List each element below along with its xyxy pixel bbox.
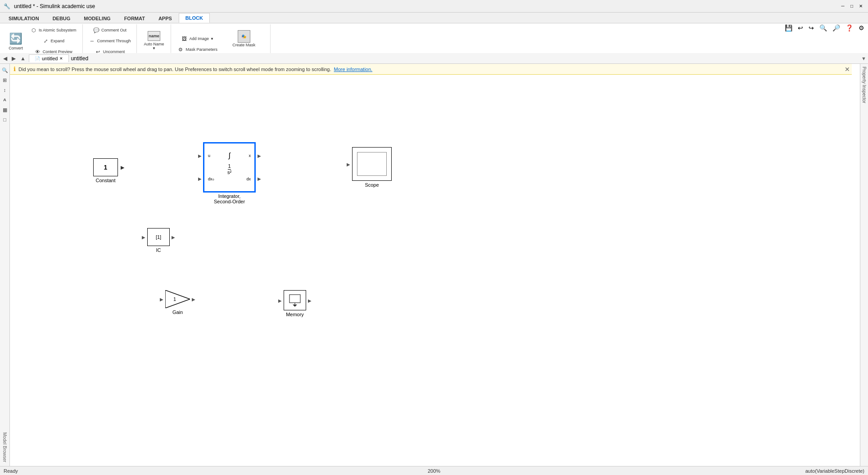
comment-out-icon: 💬 <box>93 27 100 34</box>
convert-button[interactable]: 🔄 Convert <box>5 27 26 54</box>
scope-block[interactable]: ▶ Scope <box>352 147 392 188</box>
undo-button[interactable]: ↩ <box>796 23 805 32</box>
integrator-integral-symbol: ∫ <box>229 152 231 160</box>
nav-up-button[interactable]: ▲ <box>19 55 27 62</box>
sidebar-zoom-button[interactable]: 🔍 <box>0 66 9 75</box>
integrator-port-x-label: x <box>249 153 251 161</box>
zoom-in-button[interactable]: 🔍 <box>818 23 829 32</box>
ic-label: IC <box>156 247 161 253</box>
settings-button[interactable]: ⚙ <box>857 23 866 32</box>
help-button[interactable]: ❓ <box>844 23 855 32</box>
sidebar-rect-button[interactable]: □ <box>0 115 9 124</box>
status-zoom: 200% <box>428 468 440 474</box>
expand-button[interactable]: ⤢ Expand <box>28 36 79 46</box>
info-banner: ℹ Did you mean to scroll? Press the mous… <box>10 64 852 75</box>
memory-input-arrow: ▶ <box>278 298 282 303</box>
auto-name-button[interactable]: name Auto Name ▼ <box>140 27 167 54</box>
memory-label: Memory <box>286 312 304 317</box>
comment-through-button[interactable]: ↔ Comment Through <box>86 36 133 46</box>
status-solver: auto(VariableStepDiscrete) <box>805 468 864 474</box>
constant-block-rect: 1 <box>93 158 118 176</box>
tab-close-icon[interactable]: ✕ <box>59 56 63 61</box>
breadcrumb-tab[interactable]: 📄 untitled ✕ <box>29 54 69 62</box>
ic-block-rect: [1] <box>147 228 170 246</box>
titlebar-controls: ─ □ ✕ <box>839 3 864 10</box>
comment-through-icon: ↔ <box>89 37 96 45</box>
zoom-out-button[interactable]: 🔎 <box>831 23 842 32</box>
tab-apps[interactable]: APPS <box>152 13 179 23</box>
ic-input-arrow: ▶ <box>142 235 145 240</box>
integrator-port-x-arrow: ▶ <box>258 153 261 158</box>
property-inspector-label[interactable]: Property Inspector <box>861 65 868 105</box>
window-title: untitled * - Simulink academic use <box>14 3 95 9</box>
nav-forward-button[interactable]: ▶ <box>10 55 17 62</box>
sidebar-nav-button[interactable]: ↕ <box>0 85 9 94</box>
canvas-area[interactable]: ℹ Did you mean to scroll? Press the mous… <box>10 64 860 466</box>
integrator-port-u-label: u <box>208 153 210 161</box>
atomic-icon: ⬡ <box>30 27 37 34</box>
integrator-port-dx0-label: dx₀ <box>208 177 214 181</box>
svg-marker-0 <box>165 290 190 308</box>
info-icon: ℹ <box>14 66 16 72</box>
model-browser-label[interactable]: Model Browser <box>1 430 8 464</box>
minimize-button[interactable]: ─ <box>839 3 846 10</box>
status-right: auto(VariableStepDiscrete) <box>805 468 864 474</box>
scope-label: Scope <box>365 182 379 188</box>
statusbar: Ready 200% auto(VariableStepDiscrete) <box>0 466 868 475</box>
titlebar: 🔧 untitled * - Simulink academic use ─ □… <box>0 0 868 13</box>
integrator-port-u-arrow: ▶ <box>198 153 202 158</box>
left-sidebar: 🔍 ⊞ ↕ A ▦ □ Model Browser <box>0 64 10 466</box>
constant-block[interactable]: 1 ▶ Constant <box>93 158 118 183</box>
svg-rect-1 <box>289 295 300 303</box>
integrator-block-rect: u ∫ x 1 s² dx₀ dx <box>203 143 255 192</box>
comment-out-button[interactable]: 💬 Comment Out <box>86 25 133 35</box>
tab-block[interactable]: BLOCK <box>179 13 210 23</box>
gain-block[interactable]: ▶ 1 ▶ Gain <box>165 290 190 315</box>
memory-output-arrow: ▶ <box>308 298 312 303</box>
save-button[interactable]: 💾 <box>783 23 794 32</box>
mask-parameters-icon: ⚙ <box>177 46 184 53</box>
expand-icon: ⤢ <box>42 37 50 45</box>
info-close-button[interactable]: ✕ <box>845 66 850 73</box>
gain-svg: 1 <box>165 290 190 308</box>
tab-modeling[interactable]: MODELING <box>77 13 117 23</box>
add-image-icon: 🖼 <box>181 35 188 42</box>
sidebar-text-button[interactable]: A <box>0 95 9 104</box>
add-image-button[interactable]: 🖼 Add Image ▼ <box>175 34 220 44</box>
component-buttons: 🔄 Convert ⬡ Is Atomic Subsystem ⤢ Expand… <box>5 25 79 57</box>
maximize-button[interactable]: □ <box>848 3 855 10</box>
gain-input-arrow: ▶ <box>160 297 163 302</box>
tab-simulation[interactable]: SIMULATION <box>2 13 46 23</box>
sidebar-table-button[interactable]: ▦ <box>0 105 9 114</box>
gain-label: Gain <box>172 309 183 315</box>
scope-input-arrow: ▶ <box>347 161 350 166</box>
gain-value-text: 1 <box>173 296 176 302</box>
tab-format[interactable]: FORMAT <box>118 13 152 23</box>
format-buttons: name Auto Name ▼ <box>140 25 167 56</box>
gain-output-arrow: ▶ <box>192 297 195 302</box>
is-atomic-button[interactable]: ⬡ Is Atomic Subsystem <box>28 25 79 35</box>
info-message: Did you mean to scroll? Press the mouse … <box>18 67 331 72</box>
scope-screen <box>357 152 387 176</box>
integrator-denominator: s² <box>227 170 231 175</box>
close-button[interactable]: ✕ <box>857 3 864 10</box>
create-mask-icon: 🎭 <box>238 30 250 43</box>
info-link[interactable]: More information. <box>334 67 373 72</box>
integrator-formula: 1 s² <box>227 163 231 175</box>
ic-block[interactable]: ▶ [1] ▶ IC <box>147 228 170 253</box>
quick-access-toolbar: 💾 ↩ ↪ 🔍 🔎 ❓ ⚙ <box>783 23 866 32</box>
ic-output-arrow: ▶ <box>172 235 175 240</box>
tab-debug[interactable]: DEBUG <box>46 13 77 23</box>
scope-display <box>352 147 392 181</box>
memory-block[interactable]: ▶ ▶ Memory <box>284 290 306 317</box>
constant-value: 1 <box>104 164 108 171</box>
app-icon: 🔧 <box>4 3 10 9</box>
redo-button[interactable]: ↪ <box>807 23 816 32</box>
breadcrumb-dropdown[interactable]: ▼ <box>861 56 866 61</box>
model-icon: 📄 <box>35 56 40 61</box>
sidebar-fit-button[interactable]: ⊞ <box>0 76 9 85</box>
integrator-port-dx0-arrow: ▶ <box>198 176 202 181</box>
integrator-block[interactable]: ▶ ▶ ▶ ▶ u ∫ x 1 s² dx₀ dx <box>203 143 255 204</box>
nav-back-button[interactable]: ◀ <box>2 55 9 62</box>
create-mask-button[interactable]: 🎭 Create Mask <box>222 25 267 52</box>
